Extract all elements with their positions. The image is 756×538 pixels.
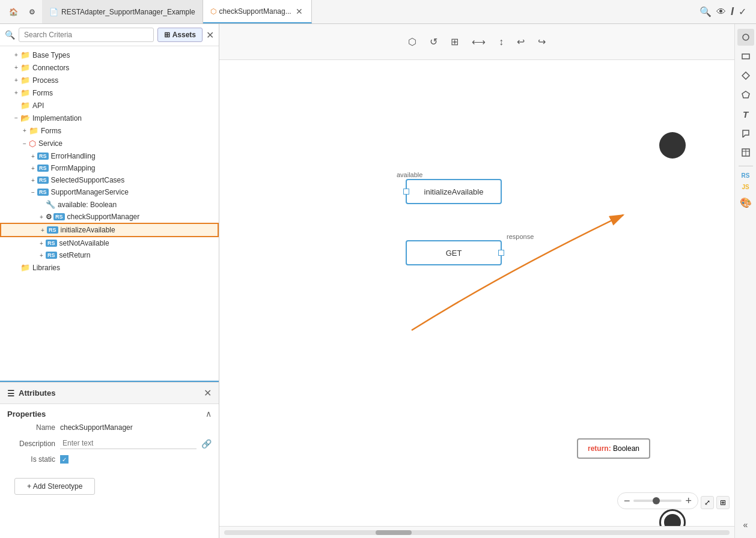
tool-redo[interactable]: ↪ bbox=[532, 32, 551, 51]
link-icon[interactable]: 🔗 bbox=[201, 439, 212, 449]
tree-item-api[interactable]: + 📁 API bbox=[0, 99, 219, 112]
rs-label[interactable]: RS bbox=[742, 171, 750, 180]
text-icon[interactable]: I bbox=[731, 5, 734, 18]
tab-check[interactable]: ⬡ checkSupportManag... ✕ bbox=[203, 0, 312, 23]
expand-impl-forms[interactable]: + bbox=[20, 127, 29, 135]
label-service: Service bbox=[38, 139, 62, 148]
zoom-expand-btn[interactable]: ⤢ bbox=[701, 496, 714, 509]
js-label[interactable]: JS bbox=[742, 183, 749, 192]
tree-item-forms[interactable]: + 📁 Forms bbox=[0, 86, 219, 99]
tree-item-form-mapping[interactable]: + RS FormMapping bbox=[0, 162, 219, 174]
rs-tool-pentagon[interactable] bbox=[737, 86, 754, 103]
expand-set-return[interactable]: + bbox=[37, 251, 46, 259]
check-icon[interactable]: ✓ bbox=[739, 6, 746, 17]
add-stereotype-container: + Add Stereotype bbox=[7, 473, 212, 500]
expand-set-not-available[interactable]: + bbox=[37, 239, 46, 247]
assets-button[interactable]: ⊞ Assets bbox=[157, 28, 203, 42]
tree-item-process[interactable]: + 📁 Process bbox=[0, 74, 219, 86]
expand-connectors[interactable]: + bbox=[12, 64, 20, 72]
prop-collapse-btn[interactable]: ∧ bbox=[206, 409, 212, 419]
expand-service[interactable]: − bbox=[20, 139, 29, 148]
top-icons: 🔍 👁 I ✓ bbox=[700, 5, 751, 18]
zoom-grid-btn[interactable]: ⊞ bbox=[716, 496, 730, 509]
tree-item-set-return[interactable]: + RS setReturn bbox=[0, 249, 219, 261]
tree-item-service[interactable]: − ⬡ Service bbox=[0, 137, 219, 150]
tool-undo[interactable]: ↩ bbox=[511, 32, 530, 51]
expand-error-handling[interactable]: + bbox=[29, 152, 37, 160]
canvas-content[interactable]: initializeAvailable available GET respon… bbox=[219, 60, 734, 526]
zoom-thumb[interactable] bbox=[653, 497, 660, 504]
eye-icon[interactable]: 👁 bbox=[716, 7, 726, 17]
tab-check-label: checkSupportManag... bbox=[219, 7, 291, 16]
rs-tool-comment[interactable] bbox=[737, 125, 754, 142]
tree-item-support-manager[interactable]: − RS SupportManagerService bbox=[0, 186, 219, 198]
expand-base-types[interactable]: + bbox=[12, 51, 20, 59]
tab-rest[interactable]: 📄 RESTAdapter_SupportManager_Example bbox=[42, 0, 203, 23]
tool-vstretch[interactable]: ↕ bbox=[493, 33, 509, 51]
tree-item-implementation[interactable]: − 📂 Implementation bbox=[0, 112, 219, 124]
rs-tool-text[interactable]: T bbox=[737, 106, 754, 122]
svg-point-1 bbox=[743, 34, 749, 40]
h-scrollbar[interactable] bbox=[224, 530, 730, 535]
search-input[interactable] bbox=[19, 28, 154, 42]
expand-process[interactable]: + bbox=[12, 76, 20, 85]
tab-close-btn[interactable]: ✕ bbox=[294, 7, 304, 16]
tree-item-selected-support[interactable]: + RS SelectedSupportCases bbox=[0, 174, 219, 186]
attributes-panel: ☰ Attributes ✕ Properties ∧ Name checkSu… bbox=[0, 382, 219, 538]
tree-item-libraries[interactable]: + 📁 Libraries bbox=[0, 261, 219, 274]
h-scrollbar-thumb[interactable] bbox=[376, 530, 412, 535]
description-input[interactable] bbox=[60, 438, 197, 449]
tool-pointer[interactable]: ⬡ bbox=[403, 32, 422, 51]
tree-item-impl-forms[interactable]: + 📁 Forms bbox=[0, 124, 219, 137]
expand-check-support[interactable]: + bbox=[37, 213, 46, 221]
svg-marker-4 bbox=[742, 91, 749, 98]
expand-implementation[interactable]: − bbox=[12, 114, 20, 122]
rs-tool-circle[interactable] bbox=[737, 29, 754, 46]
rs-collapse-btn[interactable]: « bbox=[737, 516, 754, 533]
tool-grid[interactable]: ⊞ bbox=[445, 32, 464, 51]
tab-check-icon: ⬡ bbox=[210, 7, 216, 16]
folder-icon-api: 📁 bbox=[20, 101, 30, 110]
expand-selected-support[interactable]: + bbox=[29, 176, 37, 184]
expand-form-mapping[interactable]: + bbox=[29, 164, 37, 172]
label-selected-support: SelectedSupportCases bbox=[51, 176, 125, 184]
zoom-slider[interactable] bbox=[633, 500, 681, 502]
is-static-checkbox[interactable] bbox=[60, 455, 69, 464]
label-form-mapping: FormMapping bbox=[51, 164, 96, 172]
zoom-actions: ⤢ ⊞ bbox=[701, 496, 730, 509]
rs-tool-table[interactable] bbox=[737, 144, 754, 161]
diagram-svg bbox=[219, 60, 734, 526]
rs-badge-check: RS bbox=[53, 213, 65, 220]
return-box[interactable]: return: Boolean bbox=[577, 438, 650, 459]
add-stereotype-btn[interactable]: + Add Stereotype bbox=[14, 478, 95, 495]
tree-item-connectors[interactable]: + 📁 Connectors bbox=[0, 61, 219, 74]
node-label-get: GET bbox=[446, 249, 462, 258]
expand-forms[interactable]: + bbox=[12, 89, 20, 97]
end-node[interactable] bbox=[659, 509, 686, 526]
tree-item-set-not-available[interactable]: + RS setNotAvailable bbox=[0, 237, 219, 249]
expand-support-manager[interactable]: − bbox=[29, 188, 37, 196]
search-icon[interactable]: 🔍 bbox=[700, 6, 712, 17]
zoom-in-btn[interactable]: + bbox=[685, 495, 692, 506]
attr-close-btn[interactable]: ✕ bbox=[204, 387, 212, 399]
tree-item-available[interactable]: + 🔧 available: Boolean bbox=[0, 198, 219, 211]
properties-section: Properties ∧ Name checkSupportManager De… bbox=[0, 404, 219, 504]
tree-item-error-handling[interactable]: + RS ErrorHandling bbox=[0, 150, 219, 162]
settings-btn[interactable]: ⚙ bbox=[25, 5, 40, 19]
prop-row-is-static: Is static bbox=[7, 455, 212, 464]
node-initialize-available[interactable]: initializeAvailable bbox=[406, 179, 502, 204]
node-get[interactable]: GET bbox=[406, 240, 502, 265]
tree-item-initialize-available[interactable]: + RS initializeAvailable bbox=[0, 223, 219, 237]
tool-rotate[interactable]: ↺ bbox=[424, 32, 443, 51]
rs-tool-rectangle[interactable] bbox=[737, 48, 754, 65]
expand-initialize-available[interactable]: + bbox=[38, 226, 47, 234]
tree-item-base-types[interactable]: + 📁 Base Types bbox=[0, 49, 219, 61]
tool-hstretch[interactable]: ⟷ bbox=[466, 32, 491, 51]
start-node[interactable] bbox=[659, 132, 686, 159]
rs-tool-palette[interactable]: 🎨 bbox=[737, 194, 754, 211]
tree-item-check-support[interactable]: + ⚙ RS checkSupportManager bbox=[0, 211, 219, 223]
search-close-btn[interactable]: ✕ bbox=[206, 29, 214, 41]
rs-tool-diamond[interactable] bbox=[737, 67, 754, 84]
home-btn[interactable]: 🏠 bbox=[5, 5, 22, 19]
zoom-out-btn[interactable]: − bbox=[624, 495, 630, 506]
